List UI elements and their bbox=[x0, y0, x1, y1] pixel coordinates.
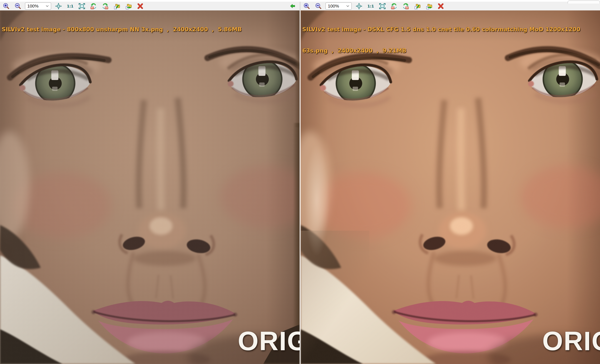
previous-image-button[interactable] bbox=[288, 2, 297, 10]
move-to-button[interactable] bbox=[124, 2, 133, 10]
fit-to-window-button[interactable] bbox=[355, 2, 363, 10]
zoom-level-value: 100% bbox=[27, 4, 38, 9]
delete-button[interactable] bbox=[436, 2, 445, 10]
rotate-right-button[interactable] bbox=[101, 2, 110, 10]
image-caption-right: SILVIv2 test image - DSXL CFG 1.5 dns 1.… bbox=[302, 12, 580, 68]
pane-divider[interactable] bbox=[300, 0, 300, 364]
zoom-in-button[interactable] bbox=[302, 2, 311, 10]
hair-edge-overlay bbox=[295, 10, 300, 127]
zoom-level-select[interactable]: 100% bbox=[25, 2, 51, 9]
rotate-right-button[interactable] bbox=[401, 2, 410, 10]
zoom-out-button[interactable] bbox=[314, 2, 323, 10]
rotate-left-button[interactable] bbox=[89, 2, 98, 10]
portrait-artwork bbox=[0, 10, 300, 364]
caption-line1: SILVIv2 test image - 800x800 unsharpm NN… bbox=[2, 26, 242, 33]
actual-size-button[interactable] bbox=[366, 2, 375, 10]
zoom-in-button[interactable] bbox=[2, 2, 10, 10]
orig-watermark: ORIG bbox=[238, 328, 300, 355]
zoom-level-value: 100% bbox=[328, 4, 339, 9]
copy-to-button[interactable] bbox=[112, 2, 121, 10]
chevron-down-icon bbox=[346, 5, 349, 7]
fit-selection-button[interactable] bbox=[378, 2, 387, 10]
window-top-strip bbox=[0, 0, 600, 2]
portrait-image-left[interactable]: SILVIv2 test image - 800x800 unsharpm NN… bbox=[0, 10, 300, 364]
move-to-button[interactable] bbox=[425, 2, 433, 10]
toolbar-left: 100% bbox=[0, 2, 300, 10]
pane-left: 100% SILVIv2 test image - 800x800 unshar… bbox=[0, 2, 300, 364]
fit-selection-button[interactable] bbox=[77, 2, 86, 10]
portrait-image-right[interactable]: SILVIv2 test image - DSXL CFG 1.5 dns 1.… bbox=[300, 10, 600, 364]
fit-to-window-button[interactable] bbox=[54, 2, 63, 10]
green-back-arrow-icon bbox=[290, 3, 296, 9]
toolbar-right: 100% bbox=[300, 2, 600, 10]
copy-to-button[interactable] bbox=[413, 2, 422, 10]
caption-line2: 63s.png , 2400x2400 , 9.21MB bbox=[302, 47, 580, 54]
actual-size-button[interactable] bbox=[66, 2, 75, 10]
chevron-down-icon bbox=[46, 5, 49, 7]
window-corner-fragment bbox=[568, 0, 600, 4]
zoom-out-button[interactable] bbox=[13, 2, 22, 10]
zoom-level-select[interactable]: 100% bbox=[326, 2, 352, 9]
orig-watermark: ORIG bbox=[542, 328, 600, 355]
caption-line1: SILVIv2 test image - DSXL CFG 1.5 dns 1.… bbox=[302, 26, 580, 33]
delete-button[interactable] bbox=[136, 2, 145, 10]
pane-right: 100% SILVIv2 test image - DSXL CFG 1.5 d… bbox=[300, 2, 600, 364]
image-caption-left: SILVIv2 test image - 800x800 unsharpm NN… bbox=[2, 12, 242, 61]
rotate-left-button[interactable] bbox=[390, 2, 398, 10]
